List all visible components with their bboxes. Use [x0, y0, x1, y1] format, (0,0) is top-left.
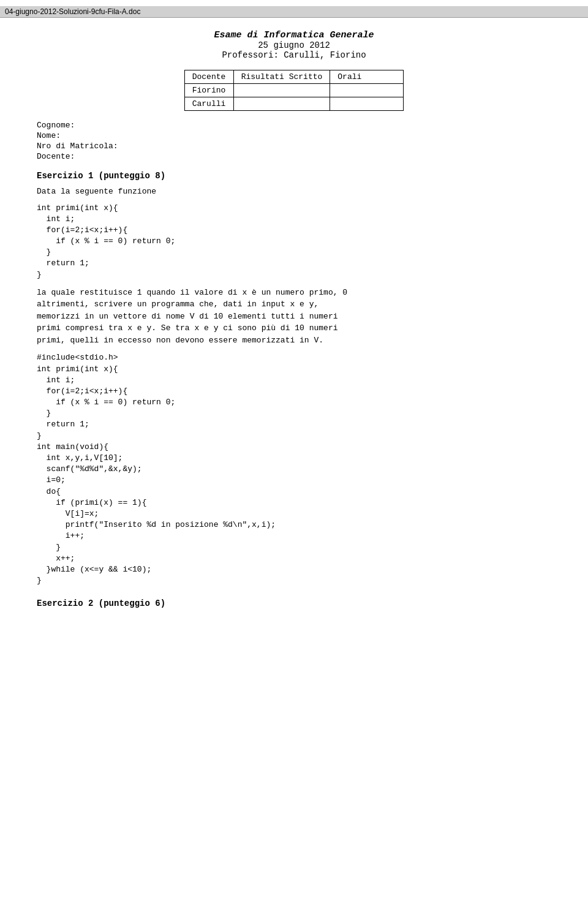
- exam-title: Esame di Informatica Generale: [37, 30, 551, 40]
- table-row-fiorino-orali: [330, 84, 404, 97]
- table-row-carulli: Carulli: [184, 97, 233, 111]
- esercizio1-title: Esercizio 1 (punteggio 8): [37, 171, 551, 181]
- code-block-1: int primi(int x){ int i; for(i=2;i<x;i++…: [37, 203, 551, 281]
- esercizio1-description: Data la seguente funzione: [37, 186, 551, 198]
- title-bar: 04-giugno-2012-Soluzioni-9cfu-Fila-A.doc: [0, 6, 588, 18]
- table-row-carulli-scritto: [233, 97, 330, 111]
- main-content: Esame di Informatica Generale 25 giugno …: [0, 18, 588, 621]
- cognome-label: Cognome:: [37, 121, 551, 130]
- table-header-orali: Orali: [330, 70, 404, 84]
- title-bar-label: 04-giugno-2012-Soluzioni-9cfu-Fila-A.doc: [5, 7, 140, 16]
- table-row-fiorino-scritto: [233, 84, 330, 97]
- solution-code-block: #include<stdio.h> int primi(int x){ int …: [37, 352, 551, 586]
- prose-line-4: primi compresi tra x e y. Se tra x e y c…: [37, 323, 337, 333]
- table-header-scritto: Risultati Scritto: [233, 70, 330, 84]
- prose-line-5: primi, quelli in eccesso non devono esse…: [37, 336, 323, 345]
- esercizio1-prose: la quale restituisce 1 quando il valore …: [37, 287, 551, 347]
- student-info: Cognome: Nome: Nro di Matricola: Docente…: [37, 121, 551, 161]
- prose-line-1: la quale restituisce 1 quando il valore …: [37, 288, 347, 297]
- esercizio2-title: Esercizio 2 (punteggio 6): [37, 599, 551, 608]
- docente-label: Docente:: [37, 152, 551, 161]
- matricola-label: Nro di Matricola:: [37, 142, 551, 151]
- table-row-carulli-orali: [330, 97, 404, 111]
- prose-line-3: memorizzi in un vettore di nome V di 10 …: [37, 312, 337, 321]
- table-row-fiorino: Fiorino: [184, 84, 233, 97]
- table-header-docente: Docente: [184, 70, 233, 84]
- prose-line-2: altrimenti, scrivere un programma che, d…: [37, 300, 318, 309]
- page-header: Esame di Informatica Generale 25 giugno …: [37, 30, 551, 60]
- exam-professors: Professori: Carulli, Fiorino: [37, 50, 551, 60]
- exam-date: 25 giugno 2012: [37, 40, 551, 50]
- grade-table: Docente Risultati Scritto Orali Fiorino …: [184, 70, 404, 111]
- nome-label: Nome:: [37, 131, 551, 140]
- input-keyword: input: [262, 300, 285, 309]
